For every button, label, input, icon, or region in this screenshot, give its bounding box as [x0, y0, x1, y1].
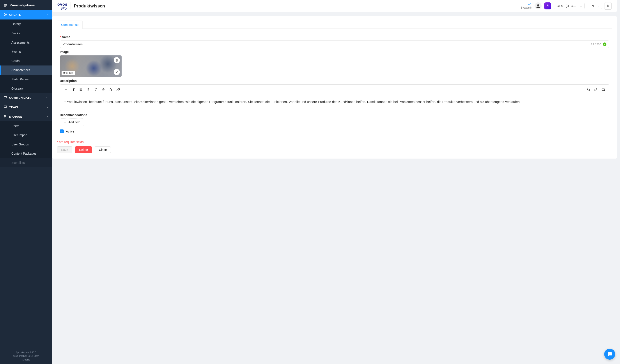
chevron-down-icon — [580, 5, 582, 7]
sidebar-group-communicate[interactable]: COMMUNICATE — [0, 93, 52, 103]
main: ovos play Produktwissen afu Sysadmin CES… — [52, 0, 620, 364]
editor-insert-button[interactable] — [62, 86, 70, 93]
required-asterisk: * — [60, 35, 61, 39]
validation-ok-icon — [603, 43, 606, 46]
italic-icon — [94, 88, 98, 91]
active-field: Active — [60, 129, 609, 133]
svg-rect-0 — [4, 4, 7, 4]
editor-link-button[interactable] — [114, 86, 122, 93]
sidebar-group-manage[interactable]: MANAGE — [0, 112, 52, 121]
check-icon — [61, 130, 63, 133]
description-textarea[interactable]: "Produktwissen" bedeutet für uns, dass u… — [60, 95, 609, 111]
chat-icon — [607, 351, 612, 357]
sidebar-title: Knowledgebase — [0, 0, 52, 10]
sidebar-item-user-groups[interactable]: User Groups — [0, 140, 52, 149]
droplet-icon — [109, 88, 113, 91]
image-size-badge: 0.61 MB — [62, 71, 75, 75]
sidebar-item-content-packages[interactable]: Content Packages — [0, 149, 52, 158]
plus-icon — [64, 88, 68, 91]
sidebar-group-create[interactable]: CREATE — [0, 10, 52, 19]
editor-redo-button[interactable] — [592, 86, 599, 93]
brand-logo: ovos play — [57, 2, 71, 9]
undo-icon — [587, 88, 590, 91]
sidebar-item-events[interactable]: Events — [0, 47, 52, 56]
sidebar-item-scorelists[interactable]: Scorelists — [0, 158, 52, 167]
editor-strike-button[interactable] — [99, 86, 107, 93]
timezone-select[interactable]: CEST (UTC+0… — [554, 3, 585, 9]
sidebar-group-label: CREATE — [9, 13, 44, 16]
sidebar-item-library[interactable]: Library — [0, 19, 52, 29]
delete-button[interactable]: Delete — [75, 146, 92, 153]
editor-paragraph-button[interactable] — [70, 86, 77, 93]
editor-toolbar — [60, 85, 609, 95]
name-input[interactable] — [63, 42, 591, 46]
logout-icon — [606, 4, 610, 8]
ai-assist-button[interactable] — [544, 2, 551, 9]
logout-button[interactable] — [604, 2, 612, 10]
image-delete-button[interactable] — [114, 57, 120, 63]
sidebar-item-users[interactable]: Users — [0, 121, 52, 131]
language-value: EN — [589, 4, 594, 8]
chat-fab[interactable] — [604, 349, 615, 360]
avatar[interactable] — [535, 2, 542, 9]
sidebar-menu[interactable]: CREATE Library Decks Assessments Events … — [0, 10, 52, 349]
chevron-down-icon — [597, 5, 600, 7]
language-select[interactable]: EN — [587, 3, 602, 9]
sidebar-item-competences[interactable]: Competences — [0, 65, 52, 75]
chevron-down-icon — [46, 97, 49, 99]
trash-icon — [115, 59, 118, 62]
save-button[interactable]: Save — [57, 146, 72, 153]
form-actions: Save Delete Close — [57, 146, 612, 153]
close-button[interactable]: Close — [95, 146, 111, 153]
sidebar-group-label: COMMUNICATE — [9, 96, 44, 99]
paragraph-icon — [72, 88, 75, 91]
chevron-down-icon — [46, 106, 49, 109]
editor-bold-button[interactable] — [85, 86, 92, 93]
user-name: afu — [521, 3, 532, 6]
sidebar-group-teach[interactable]: TEACH — [0, 103, 52, 112]
editor-color-button[interactable] — [107, 86, 114, 93]
svg-rect-5 — [4, 106, 7, 107]
brand-primary: ovos — [57, 2, 67, 6]
name-input-wrap: 13 / 200 — [60, 41, 609, 48]
name-label: * Name — [60, 35, 609, 39]
recommendations-label: Recommendations — [60, 113, 609, 117]
description-editor: "Produktwissen" bedeutet für uns, dass u… — [60, 84, 609, 111]
sidebar-item-assessments[interactable]: Assessments — [0, 38, 52, 47]
chat-bubble-icon — [3, 96, 7, 100]
svg-rect-2 — [4, 6, 6, 6]
build-hash: #3cc8f7 — [0, 358, 52, 362]
avatar-icon — [536, 3, 541, 8]
sidebar-footer: App Version 2.83.0 ovos gmbh © 2017-2024… — [0, 349, 52, 364]
knowledgebase-icon — [3, 3, 7, 7]
editor-align-button[interactable] — [77, 86, 85, 93]
sidebar-item-static-pages[interactable]: Static Pages — [0, 75, 52, 84]
sidebar: Knowledgebase CREATE Library Decks Asses… — [0, 0, 52, 364]
sidebar-item-glossary[interactable]: Glossary — [0, 84, 52, 93]
add-field-button[interactable]: Add field — [60, 119, 84, 126]
wrench-icon — [3, 115, 7, 119]
align-icon — [79, 88, 83, 91]
sidebar-item-cards[interactable]: Cards — [0, 56, 52, 65]
editor-keyboard-button[interactable] — [599, 86, 607, 93]
editor-italic-button[interactable] — [92, 86, 99, 93]
chevron-up-icon — [46, 115, 49, 118]
bold-icon — [87, 88, 90, 91]
app-version: App Version 2.83.0 — [0, 351, 52, 354]
editor-undo-button[interactable] — [585, 86, 592, 93]
user-role: Sysadmin — [521, 6, 532, 9]
add-field-label: Add field — [68, 121, 80, 124]
sidebar-item-user-import[interactable]: User Import — [0, 131, 52, 140]
active-checkbox[interactable] — [60, 129, 64, 133]
image-preview[interactable]: 0.61 MB — [60, 55, 122, 77]
presentation-icon — [3, 105, 7, 109]
active-label: Active — [66, 130, 74, 133]
brand-secondary: play — [57, 6, 67, 9]
strikethrough-icon — [101, 88, 105, 91]
sidebar-group-label: MANAGE — [9, 115, 44, 118]
topbar: ovos play Produktwissen afu Sysadmin CES… — [52, 0, 617, 12]
tab-competence[interactable]: Competence — [57, 21, 83, 29]
svg-point-6 — [537, 4, 539, 6]
image-confirm-button[interactable] — [114, 69, 120, 75]
sidebar-item-decks[interactable]: Decks — [0, 29, 52, 38]
